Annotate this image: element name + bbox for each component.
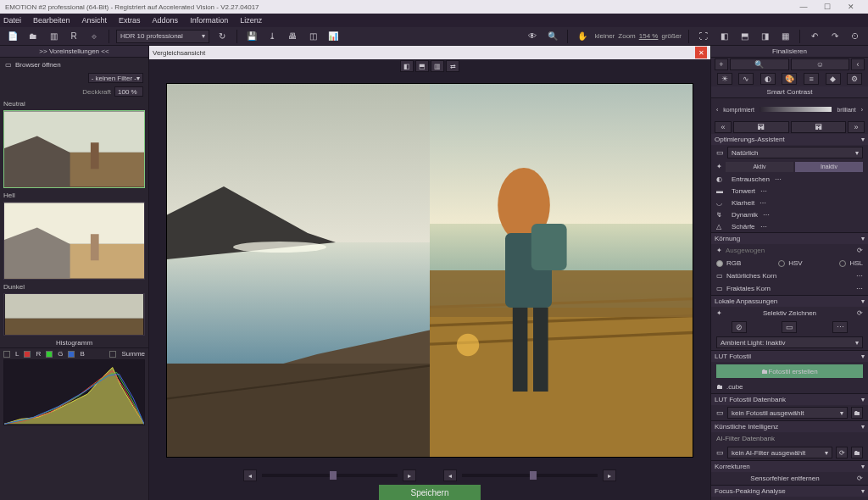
- lutdb-header[interactable]: LUT Fotostil Datenbank▾: [711, 394, 868, 405]
- preset-dropdown[interactable]: HDR 10 professional▾: [116, 30, 209, 43]
- close-document-button[interactable]: ✕: [695, 47, 707, 58]
- grid-icon[interactable]: ▦: [777, 29, 793, 44]
- svg-rect-28: [533, 308, 548, 392]
- lutdb-dropdown[interactable]: kein Fotostil ausgewählt▾: [727, 407, 848, 419]
- svg-point-29: [457, 334, 479, 356]
- menu-extras[interactable]: Extras: [119, 16, 141, 25]
- compare-swap-icon[interactable]: ⇄: [446, 60, 459, 72]
- hsv-radio[interactable]: [778, 260, 785, 267]
- crop-icon[interactable]: ◫: [305, 29, 320, 44]
- ai-reload-icon[interactable]: ⟳: [836, 447, 848, 458]
- search-tab-icon[interactable]: 🔍: [730, 58, 789, 70]
- sun-icon[interactable]: ☀: [717, 73, 732, 85]
- ambient-dropdown[interactable]: Ambient Light: Inaktiv▾: [716, 336, 863, 348]
- drop-icon[interactable]: ◐: [760, 73, 776, 85]
- menu-ansicht[interactable]: Ansicht: [82, 16, 108, 25]
- menu-addons[interactable]: Addons: [153, 16, 179, 25]
- nav-first-icon[interactable]: «: [715, 121, 732, 133]
- layers-icon[interactable]: ≡: [804, 73, 819, 85]
- open-browser-row[interactable]: ▭Browser öffnen: [0, 58, 148, 71]
- preset-b-button[interactable]: 🖬: [791, 121, 847, 133]
- compare-slider-2[interactable]: [462, 474, 598, 477]
- optimization-header[interactable]: Optimierungs-Assistent▾: [711, 134, 868, 145]
- nav-last-icon[interactable]: »: [848, 121, 865, 133]
- hand-icon[interactable]: ✋: [575, 29, 590, 44]
- slider2-right-icon[interactable]: ▸: [603, 469, 616, 481]
- print-icon[interactable]: 🖶: [285, 29, 300, 44]
- collapse-icon[interactable]: ‹: [851, 58, 865, 70]
- menu-bearbeiten[interactable]: Bearbeiten: [33, 16, 70, 25]
- open-file-icon[interactable]: 📄: [5, 29, 20, 44]
- ai-header[interactable]: Künstliche Intelligenz▾: [711, 421, 868, 432]
- filter-dropdown[interactable]: - keinen Filter -▾: [88, 73, 143, 83]
- hsl-radio[interactable]: [839, 260, 846, 267]
- canvas[interactable]: [149, 73, 710, 468]
- preset-thumb-dunkel[interactable]: [3, 293, 145, 336]
- preset-3-label: Dunkel: [0, 281, 148, 292]
- corrections-header[interactable]: Korrekturen▾: [711, 461, 868, 472]
- histo-b-check[interactable]: [68, 351, 75, 358]
- compare-top-icon[interactable]: ⬒: [415, 60, 429, 72]
- histo-g-check[interactable]: [46, 351, 53, 358]
- raw-icon[interactable]: R: [66, 29, 81, 44]
- sharpen-icon[interactable]: ◆: [826, 73, 841, 85]
- curve-icon[interactable]: ∿: [738, 73, 754, 85]
- maximize-button[interactable]: ☐: [815, 3, 839, 11]
- inaktiv-toggle[interactable]: Inaktiv: [795, 162, 863, 172]
- preset-a-button[interactable]: 🖬: [733, 121, 789, 133]
- compare-side-icon[interactable]: ◧: [400, 60, 414, 72]
- menu-datei[interactable]: Datei: [3, 16, 21, 25]
- refresh-icon[interactable]: ↻: [214, 29, 230, 44]
- redo-icon[interactable]: ↷: [827, 29, 843, 44]
- compare-icon[interactable]: ◨: [757, 29, 772, 44]
- histo-l-check[interactable]: [3, 351, 10, 358]
- slider-left-icon[interactable]: ◂: [243, 469, 257, 481]
- lutdb-folder-icon[interactable]: 🖿: [851, 407, 863, 419]
- ai-dropdown[interactable]: kein AI-Filter ausgewählt▾: [727, 447, 832, 458]
- menu-lizenz[interactable]: Lizenz: [240, 16, 262, 25]
- minimize-button[interactable]: —: [792, 3, 815, 11]
- opacity-value[interactable]: 100 %: [114, 86, 143, 97]
- gear-icon[interactable]: ⚙: [847, 73, 862, 85]
- contrast-slider[interactable]: [760, 107, 832, 112]
- mask-img-icon[interactable]: ▭: [782, 321, 797, 333]
- close-button[interactable]: ✕: [839, 3, 863, 11]
- zoom-icon[interactable]: 🔍: [545, 29, 560, 44]
- save-button[interactable]: Speichern: [379, 485, 481, 500]
- slider-right-icon[interactable]: ▸: [403, 469, 416, 481]
- aktiv-toggle[interactable]: Aktiv: [726, 162, 793, 172]
- export-icon[interactable]: ⤓: [264, 29, 280, 44]
- create-lut-button[interactable]: 🖿 Fotostil erstellen: [716, 364, 863, 378]
- mask-more-icon[interactable]: ⋯: [832, 321, 848, 333]
- undo-icon[interactable]: ↶: [807, 29, 822, 44]
- optimization-dropdown[interactable]: Natürlich▾: [727, 147, 863, 158]
- local-header[interactable]: Lokale Anpassungen▾: [711, 296, 868, 307]
- mask-hide-icon[interactable]: ⊘: [732, 321, 747, 333]
- histogram-icon[interactable]: 📊: [326, 29, 341, 44]
- add-tab-icon[interactable]: +: [715, 58, 728, 70]
- slider2-left-icon[interactable]: ◂: [443, 469, 457, 481]
- lut-header[interactable]: LUT Fotostil▾: [711, 351, 868, 362]
- save-icon[interactable]: 💾: [244, 29, 259, 44]
- preset-thumb-neutral[interactable]: [3, 110, 145, 188]
- eye-icon[interactable]: 👁: [525, 29, 540, 44]
- rgb-radio[interactable]: [716, 260, 723, 267]
- open-folder-icon[interactable]: 🖿: [25, 29, 41, 44]
- preset-thumb-hell[interactable]: [3, 202, 145, 280]
- link-icon[interactable]: ⟐: [86, 29, 102, 44]
- menu-information[interactable]: Information: [190, 16, 228, 25]
- histo-r-check[interactable]: [24, 351, 31, 358]
- compare-strip-icon[interactable]: ▥: [431, 60, 444, 72]
- focus-header[interactable]: Focus-Peaking Analyse▾: [711, 486, 868, 497]
- split-h-icon[interactable]: ◧: [716, 29, 732, 44]
- compare-slider[interactable]: [262, 474, 398, 477]
- batch-icon[interactable]: ▥: [46, 29, 61, 44]
- fit-icon[interactable]: ⛶: [696, 29, 711, 44]
- palette-icon[interactable]: 🎨: [782, 73, 797, 85]
- grain-header[interactable]: Körnung▾: [711, 233, 868, 244]
- histo-sum-check[interactable]: [109, 351, 116, 358]
- history-icon[interactable]: ⏲: [848, 29, 863, 44]
- smile-tab-icon[interactable]: ☺: [791, 58, 850, 70]
- split-v-icon[interactable]: ⬒: [737, 29, 752, 44]
- ai-folder-icon[interactable]: 🖿: [851, 447, 863, 458]
